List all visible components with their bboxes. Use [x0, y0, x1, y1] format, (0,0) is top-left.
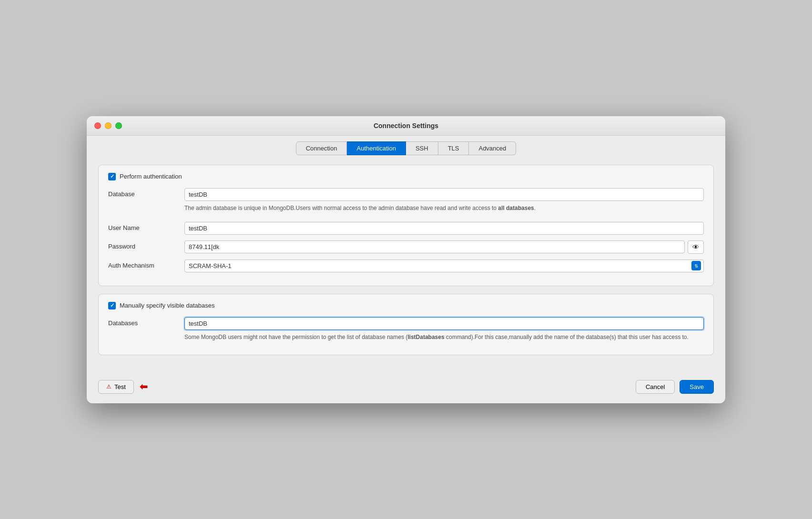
- databases-row: Databases Some MongoDB users might not h…: [108, 317, 704, 341]
- password-input[interactable]: [184, 240, 685, 253]
- test-button[interactable]: ⚠ Test: [98, 380, 134, 394]
- db-section: Manually specify visible databases Datab…: [98, 294, 714, 355]
- title-bar: Connection Settings: [87, 116, 725, 136]
- window-title: Connection Settings: [374, 122, 438, 130]
- database-row: Database The admin database is unique in…: [108, 188, 704, 212]
- password-toggle-button[interactable]: 👁: [688, 240, 704, 254]
- tab-connection[interactable]: Connection: [296, 141, 347, 155]
- tab-authentication[interactable]: Authentication: [347, 141, 406, 155]
- auth-section: Perform authentication Database The admi…: [98, 165, 714, 286]
- tab-advanced[interactable]: Advanced: [469, 141, 516, 155]
- databases-control: Some MongoDB users might not have the pe…: [184, 317, 704, 341]
- databases-input[interactable]: [184, 317, 704, 330]
- password-wrap: 👁: [184, 240, 704, 254]
- database-control: The admin database is unique in MongoDB.…: [184, 188, 704, 212]
- maximize-button[interactable]: [115, 122, 122, 129]
- auth-section-header: Perform authentication: [108, 173, 704, 180]
- save-button[interactable]: Save: [680, 380, 714, 394]
- red-arrow-indicator: ⬅: [140, 381, 148, 392]
- username-control: [184, 222, 704, 235]
- password-label: Password: [108, 240, 184, 250]
- database-input[interactable]: [184, 188, 704, 201]
- footer: ⚠ Test ⬅ Cancel Save: [87, 374, 725, 403]
- databases-label: Databases: [108, 317, 184, 327]
- connection-settings-window: Connection Settings Connection Authentic…: [87, 116, 725, 403]
- auth-mechanism-row: Auth Mechanism SCRAM-SHA-1 SCRAM-SHA-256…: [108, 260, 704, 272]
- auth-mechanism-control: SCRAM-SHA-1 SCRAM-SHA-256 MONGODB-CR ⇅: [184, 260, 704, 272]
- auth-mechanism-select[interactable]: SCRAM-SHA-1 SCRAM-SHA-256 MONGODB-CR: [184, 260, 704, 272]
- tab-tls[interactable]: TLS: [438, 141, 469, 155]
- database-help-text: The admin database is unique in MongoDB.…: [184, 204, 704, 212]
- manual-db-checkbox[interactable]: [108, 302, 116, 309]
- traffic-lights: [94, 122, 122, 129]
- test-button-label: Test: [114, 383, 126, 390]
- database-label: Database: [108, 188, 184, 198]
- eye-icon: 👁: [692, 243, 699, 251]
- auth-mechanism-label: Auth Mechanism: [108, 260, 184, 269]
- footer-right: Cancel Save: [636, 380, 714, 394]
- username-input[interactable]: [184, 222, 704, 235]
- minimize-button[interactable]: [105, 122, 112, 129]
- test-area: ⚠ Test ⬅: [98, 380, 148, 394]
- tab-ssh[interactable]: SSH: [406, 141, 438, 155]
- perform-auth-checkbox[interactable]: [108, 173, 116, 180]
- close-button[interactable]: [94, 122, 101, 129]
- tab-bar: Connection Authentication SSH TLS Advanc…: [87, 136, 725, 155]
- password-row: Password 👁: [108, 240, 704, 254]
- test-icon: ⚠: [106, 383, 112, 390]
- username-label: User Name: [108, 222, 184, 231]
- password-control: 👁: [184, 240, 704, 254]
- username-row: User Name: [108, 222, 704, 235]
- main-content: Perform authentication Database The admi…: [87, 155, 725, 374]
- perform-auth-label: Perform authentication: [120, 173, 182, 180]
- auth-mechanism-select-wrap: SCRAM-SHA-1 SCRAM-SHA-256 MONGODB-CR ⇅: [184, 260, 704, 272]
- databases-help-text: Some MongoDB users might not have the pe…: [184, 333, 704, 341]
- manual-db-label: Manually specify visible databases: [120, 302, 214, 309]
- db-section-header: Manually specify visible databases: [108, 302, 704, 309]
- cancel-button[interactable]: Cancel: [636, 380, 675, 394]
